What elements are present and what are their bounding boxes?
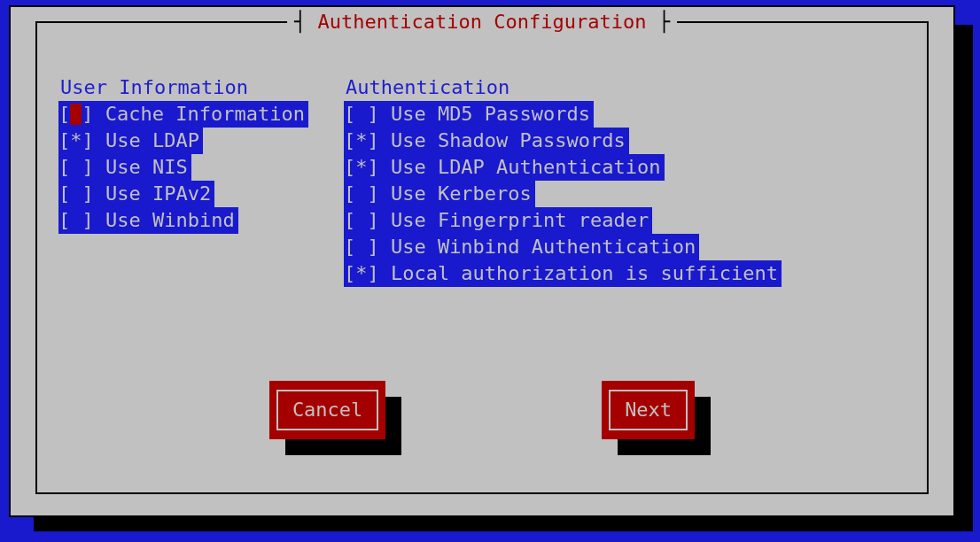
columns: User Information [ ] Cache Information[*… [37,23,927,287]
button-row: Cancel Next [37,381,927,439]
user-info-heading: User Information [58,74,250,101]
cancel-button-wrap: Cancel [269,381,385,439]
authentication-checkbox-4[interactable]: [ ] Use Fingerprint reader [344,207,652,234]
next-button[interactable]: Next [602,381,695,439]
user-info-checkbox-2[interactable]: [ ] Use NIS [58,154,191,181]
user-info-checkbox-1[interactable]: [*] Use LDAP [58,128,203,154]
authentication-column: Authentication [ ] Use MD5 Passwords[*] … [344,74,906,287]
authentication-checkbox-2[interactable]: [*] Use LDAP Authentication [344,154,665,181]
user-info-column: User Information [ ] Cache Information[*… [58,74,308,287]
user-info-checkbox-4[interactable]: [ ] Use Winbind [58,207,238,234]
dialog: Authentication Configuration User Inform… [9,5,955,517]
authentication-checkbox-5[interactable]: [ ] Use Winbind Authentication [344,234,699,260]
authentication-heading: Authentication [344,74,511,101]
dialog-frame: Authentication Configuration User Inform… [35,21,929,494]
authentication-list: [ ] Use MD5 Passwords[*] Use Shadow Pass… [344,101,782,287]
next-button-label: Next [609,390,688,430]
next-button-wrap: Next [602,381,695,439]
authentication-checkbox-6[interactable]: [*] Local authorization is sufficient [344,260,782,287]
authentication-checkbox-3[interactable]: [ ] Use Kerberos [344,181,535,207]
user-info-checkbox-3[interactable]: [ ] Use IPAv2 [58,181,214,207]
authentication-checkbox-0[interactable]: [ ] Use MD5 Passwords [344,101,594,128]
dialog-title: Authentication Configuration [287,11,677,33]
user-info-list: [ ] Cache Information[*] Use LDAP[ ] Use… [58,101,308,234]
user-info-checkbox-0[interactable]: [ ] Cache Information [58,101,308,128]
cancel-button[interactable]: Cancel [269,381,385,439]
authentication-checkbox-1[interactable]: [*] Use Shadow Passwords [344,128,629,154]
cancel-button-label: Cancel [276,390,378,430]
dialog-title-text: Authentication Configuration [318,11,647,33]
